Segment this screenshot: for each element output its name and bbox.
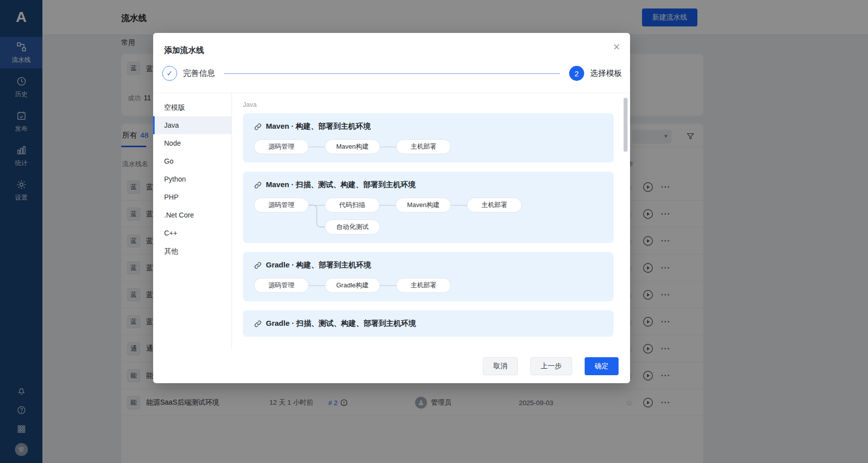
- template-card[interactable]: Maven · 扫描、测试、构建、部署到主机环境 源码管理 代码扫描 Maven…: [243, 172, 614, 243]
- category-cpp[interactable]: C++: [153, 224, 231, 242]
- stepper-line: [224, 73, 560, 74]
- check-icon: ✓: [167, 69, 173, 78]
- step1-label: 完善信息: [183, 68, 215, 79]
- modal-footer: 取消 上一步 确定: [153, 349, 630, 383]
- template-category-list: 空模版 Java Node Go Python PHP .Net Core C+…: [153, 93, 232, 349]
- pipeline-node: 源码管理: [254, 278, 309, 293]
- pipeline-node: 代码扫描: [325, 198, 380, 213]
- stepper: ✓ 完善信息 2 选择模板: [162, 64, 622, 83]
- pipeline-node: 源码管理: [254, 139, 309, 154]
- pipeline-node: Maven构建: [396, 198, 451, 213]
- category-empty-template[interactable]: 空模版: [153, 98, 231, 116]
- step2-circle: 2: [569, 66, 584, 81]
- template-title: Maven · 构建、部署到主机环境: [266, 122, 371, 131]
- modal-body: 空模版 Java Node Go Python PHP .Net Core C+…: [153, 93, 630, 349]
- link-icon: [254, 181, 262, 189]
- category-node[interactable]: Node: [153, 134, 231, 152]
- template-card[interactable]: Maven · 构建、部署到主机环境 源码管理 Maven构建 主机部署: [243, 113, 614, 163]
- category-php[interactable]: PHP: [153, 188, 231, 206]
- branch-connector-curve: [309, 198, 325, 234]
- modal-scrollbar-thumb[interactable]: [624, 98, 628, 152]
- pipeline-node: Gradle构建: [325, 278, 380, 293]
- pipeline-node: 主机部署: [467, 198, 522, 213]
- node-connector: [451, 205, 467, 206]
- template-card[interactable]: Gradle · 扫描、测试、构建、部署到主机环境: [243, 310, 614, 337]
- pipeline-node: 主机部署: [396, 278, 451, 293]
- node-connector: [309, 147, 325, 147]
- template-group-label: Java: [243, 101, 630, 108]
- link-icon: [254, 320, 262, 328]
- category-python[interactable]: Python: [153, 170, 231, 188]
- add-pipeline-modal: 添加流水线 × ✓ 完善信息 2 选择模板 空模版 Java Node Go P…: [153, 33, 630, 383]
- category-go[interactable]: Go: [153, 152, 231, 170]
- modal-title: 添加流水线: [164, 45, 204, 56]
- cancel-button[interactable]: 取消: [483, 357, 518, 375]
- pipeline-node: 源码管理: [254, 198, 309, 213]
- node-connector: [309, 285, 325, 286]
- template-card[interactable]: Gradle · 构建、部署到主机环境 源码管理 Gradle构建 主机部署: [243, 252, 614, 301]
- pipeline-node: 自动化测试: [325, 220, 380, 234]
- node-connector: [380, 285, 396, 286]
- step2-label: 选择模板: [590, 68, 622, 79]
- close-icon[interactable]: ×: [613, 41, 620, 53]
- link-icon: [254, 123, 262, 131]
- pipeline-node: Maven构建: [325, 139, 380, 154]
- pipeline-node: 主机部署: [396, 139, 451, 154]
- template-title: Gradle · 扫描、测试、构建、部署到主机环境: [266, 319, 416, 328]
- previous-step-button[interactable]: 上一步: [530, 357, 572, 375]
- node-connector: [380, 205, 396, 206]
- category-other[interactable]: 其他: [153, 242, 231, 260]
- category-netcore[interactable]: .Net Core: [153, 206, 231, 224]
- template-list: Java Maven · 构建、部署到主机环境 源码管理 Maven构建 主: [232, 93, 630, 349]
- step2-number: 2: [575, 69, 579, 78]
- template-title: Gradle · 构建、部署到主机环境: [266, 260, 371, 270]
- node-connector: [380, 147, 396, 147]
- category-java[interactable]: Java: [153, 116, 231, 134]
- step1-circle: ✓: [162, 66, 177, 81]
- app-window: A 流水线 历史 发布 统计 设置 管 流水线 新建流水: [0, 0, 868, 463]
- confirm-button[interactable]: 确定: [585, 357, 619, 375]
- link-icon: [254, 261, 262, 269]
- template-title: Maven · 扫描、测试、构建、部署到主机环境: [266, 180, 416, 190]
